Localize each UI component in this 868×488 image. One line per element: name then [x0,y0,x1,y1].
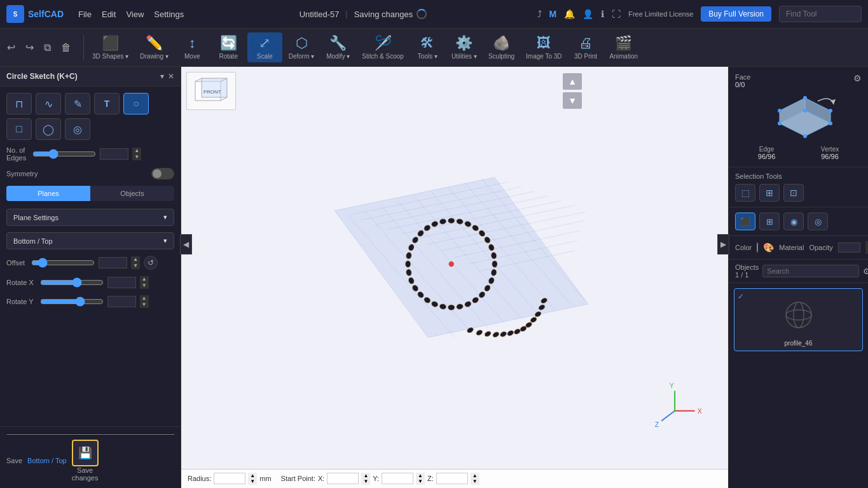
sel-vertex-btn[interactable]: ⊡ [783,184,804,202]
toolbar-utilities[interactable]: ⚙️ Utilities ▾ [446,32,482,62]
plane-settings-dropdown[interactable]: Plane Settings ▾ [6,209,174,226]
opacity-up-btn[interactable]: ▲ [865,241,868,247]
find-tool-input[interactable] [779,6,862,22]
toolbar-stitch-scoop[interactable]: 🪡 Stitch & Scoop [357,32,409,62]
rotate-x-down-btn[interactable]: ▼ [140,282,149,289]
toolbar-image-to-3d[interactable]: 🖼 Image To 3D [521,32,567,62]
color-swatch[interactable] [757,242,758,253]
toolbar-animation[interactable]: 🎬 Animation [605,32,643,62]
z-coord-input[interactable]: 159 [436,473,468,484]
circle-tool-btn[interactable]: ○ [123,93,149,115]
menu-view[interactable]: View [121,6,149,22]
symmetry-toggle[interactable] [151,168,174,179]
objects-settings-icon[interactable]: ⚙ [863,267,868,276]
y-up-btn[interactable]: ▲ [416,473,425,479]
offset-reset-btn[interactable]: ↺ [144,256,158,270]
tab-planes[interactable]: Planes [6,186,90,201]
x-coord-input[interactable]: -248 [327,473,359,484]
toolbar-tools[interactable]: 🛠 Tools ▾ [410,32,445,62]
material-icon[interactable]: 🎨 [763,242,774,253]
edges-input[interactable]: 32 [100,148,128,160]
view-cube-svg [767,92,837,149]
color-material-row: Color 🎨 Material Opacity 100 ▲ ▼ [729,236,868,260]
objects-search-input[interactable] [762,265,859,277]
nav-up-btn[interactable]: ▲ [563,73,582,90]
rotate-x-input[interactable]: 36 [107,277,136,288]
toolbar-rotate[interactable]: 🔄 Rotate [211,32,246,62]
toolbar-3d-print[interactable]: 🖨 3D Print [568,32,603,62]
z-down-btn[interactable]: ▼ [471,478,479,485]
x-up-btn[interactable]: ▲ [361,473,370,479]
rotate-x-up-btn[interactable]: ▲ [140,276,149,282]
radius-down-btn[interactable]: ▼ [248,478,257,485]
toolbar-move[interactable]: ↕ Move [175,32,210,62]
toolbar-3d-shapes[interactable]: ⬛ 3D Shapes ▾ [87,32,134,62]
toolbar-drawing[interactable]: ✏️ Drawing ▾ [135,32,173,62]
transparent-render-btn[interactable]: ◎ [808,213,828,230]
offset-down-btn[interactable]: ▼ [131,263,140,269]
x-down-btn[interactable]: ▼ [361,478,370,485]
rectangle-tool-btn[interactable]: ⊓ [6,93,32,115]
info-icon[interactable]: ℹ [601,9,604,19]
m-icon[interactable]: M [549,9,557,19]
radius-spinners: ▲ ▼ [248,473,257,485]
square-tool-btn[interactable]: □ [6,118,32,140]
edges-slider[interactable] [32,149,96,159]
undo-button[interactable]: ↩ [3,38,19,57]
rotate-y-input[interactable]: 56 [107,296,136,307]
rotate-y-down-btn[interactable]: ▼ [140,302,149,308]
ellipse-tool-btn[interactable]: ◯ [36,118,61,140]
y-coord-input[interactable]: 0 [382,473,413,484]
3d-print-icon: 🖨 [579,35,593,52]
y-down-btn[interactable]: ▼ [416,478,425,485]
save-changes-button[interactable]: 💾 [72,440,99,466]
toolbar-deform[interactable]: ⬡ Deform ▾ [284,32,320,62]
sel-face-btn[interactable]: ⬚ [735,184,755,202]
opacity-down-btn[interactable]: ▼ [865,247,868,254]
rotate-y-up-btn[interactable]: ▲ [140,295,149,302]
edges-up-btn[interactable]: ▲ [132,148,141,154]
panel-close-btn[interactable]: ✕ [168,72,174,81]
material-render-btn[interactable]: ◉ [783,213,804,230]
sel-edge-btn[interactable]: ⊞ [759,184,780,202]
bell-icon[interactable]: 🔔 [564,9,575,19]
menu-settings[interactable]: Settings [149,6,189,22]
edges-down-btn[interactable]: ▼ [132,154,141,160]
delete-button[interactable]: 🗑 [57,38,75,57]
tab-objects[interactable]: Objects [90,186,174,201]
radius-input[interactable]: 0 [214,473,245,484]
redo-button[interactable]: ↪ [22,38,38,57]
toolbar-sculpting[interactable]: 🪨 Sculpting [483,32,520,62]
buy-full-version-button[interactable]: Buy Full Version [701,6,771,22]
rotate-x-slider[interactable] [40,277,104,288]
fullscreen-icon[interactable]: ⛶ [612,9,621,19]
offset-up-btn[interactable]: ▲ [131,256,140,263]
right-panel-settings-btn[interactable]: ⚙ [853,73,862,83]
radius-up-btn[interactable]: ▲ [248,473,257,479]
offset-input[interactable]: 322 [99,257,127,268]
opacity-input[interactable]: 100 [838,242,860,253]
z-up-btn[interactable]: ▲ [471,473,479,479]
curve-tool-btn[interactable]: ∿ [36,93,61,115]
menu-file[interactable]: File [73,6,97,22]
text-tool-btn[interactable]: T [94,93,120,115]
target-tool-btn[interactable]: ◎ [65,118,90,140]
toolbar-scale[interactable]: ⤢ Scale [247,32,282,62]
canvas-area[interactable]: FRONT ▲ ▼ [181,67,728,488]
right-panel-collapse-btn[interactable]: ▶ [717,234,729,254]
wireframe-render-btn[interactable]: ⊞ [759,213,780,230]
rotate-y-slider[interactable] [40,296,104,307]
duplicate-button[interactable]: ⧉ [40,38,55,57]
panel-dropdown-btn[interactable]: ▾ [160,72,164,81]
solid-render-btn[interactable]: ⬛ [735,213,755,230]
left-panel-collapse-btn[interactable]: ◀ [180,234,192,254]
pen-tool-btn[interactable]: ✎ [65,93,90,115]
offset-slider[interactable] [31,258,95,268]
share-icon[interactable]: ⤴ [537,9,542,19]
user-icon[interactable]: 👤 [582,9,593,19]
menu-edit[interactable]: Edit [97,6,121,22]
nav-down-btn[interactable]: ▼ [563,92,582,109]
toolbar-modify[interactable]: 🔧 Modify ▾ [320,32,355,62]
object-item-profile46[interactable]: ✓ profile_46 [734,288,863,351]
bottom-top-dropdown[interactable]: Bottom / Top ▾ [6,232,174,249]
